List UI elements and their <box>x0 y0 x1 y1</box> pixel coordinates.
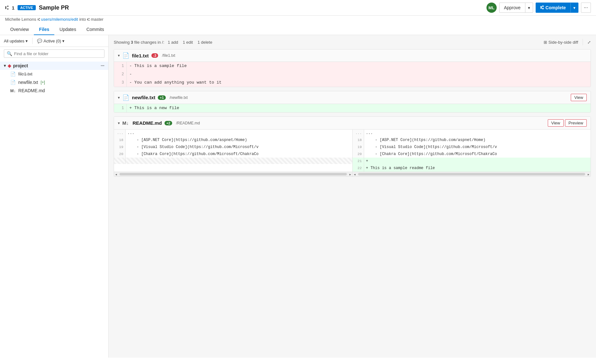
readme-preview-button[interactable]: Preview <box>565 119 587 127</box>
tree-file-file1[interactable]: 📄 file1.txt <box>0 70 108 78</box>
scrollbar-right-arrow[interactable]: ▸ <box>348 173 352 176</box>
into-text: into <box>79 17 86 22</box>
side-by-side-btn[interactable]: ⊞ Side-by-side diff <box>544 40 578 45</box>
readme-path: /README.md <box>176 121 200 125</box>
sub-header: Michelle Lemons ⑆ users/milemons/edit in… <box>0 16 596 24</box>
diff-side-line: 19 - [Visual Studio Code](https://github… <box>114 144 352 151</box>
diff-side-line: ... ... <box>353 130 591 137</box>
diff-side-line-empty <box>114 158 352 164</box>
pr-icon: ⑆ <box>5 4 9 11</box>
diff-line: 3 - You can add anything you want to it <box>114 78 591 87</box>
newfile-added-badge: [+] <box>41 80 45 85</box>
scrollbar-right-arrow-r[interactable]: ▸ <box>586 173 591 176</box>
comments-chevron <box>62 39 65 43</box>
tab-files[interactable]: Files <box>34 24 54 35</box>
tab-overview[interactable]: Overview <box>5 24 34 35</box>
sidebar: All updates 💬 Active (0) 🔍 ▾ ◆ project <box>0 35 109 358</box>
file1-diff: 1 - This is a sample file 2 - 3 - You ca… <box>114 62 591 87</box>
collapse-newfile[interactable]: ▾ <box>118 95 120 100</box>
file-card-newfile: ▾ 📄 newfile.txt +1 /newfile.txt View 1 +… <box>114 91 591 113</box>
readme-name: README.md <box>18 88 45 93</box>
showing-text: Showing 3 file changes in /: 1 add 1 edi… <box>114 40 212 45</box>
file1-badge: -3 <box>151 53 158 58</box>
comments-dropdown[interactable]: 💬 Active (0) <box>37 39 65 43</box>
folder-name: project <box>13 63 28 68</box>
file-icon-file1: 📄 <box>10 71 16 77</box>
sidebar-toolbar: All updates 💬 Active (0) <box>0 35 108 47</box>
newfile-badge: +1 <box>158 95 166 100</box>
all-updates-dropdown[interactable]: All updates <box>4 39 28 43</box>
scrollbar-left-arrow-r[interactable]: ◂ <box>353 173 357 176</box>
readme-diff-side-by-side: ... ... 18 - [ASP.NET Core](https://gith… <box>114 130 591 172</box>
complete-dropdown[interactable] <box>571 3 578 12</box>
content-area: Showing 3 file changes in /: 1 add 1 edi… <box>109 35 596 358</box>
file-icon-newfile: 📄 <box>10 80 16 85</box>
file-card-file1: ▾ 📄 file1.txt -3 /file1.txt 1 - This is … <box>114 49 591 87</box>
status-badge: ACTIVE <box>18 5 35 10</box>
diff-line: 2 - <box>114 70 591 78</box>
file-icon-readme: M↓ <box>10 88 16 93</box>
diff-side-line-added: 22 + This is a sample readme file <box>353 165 591 172</box>
pr-title: Sample PR <box>39 4 69 11</box>
file1-path: /file1.txt <box>162 53 175 58</box>
complete-button[interactable]: ⑆ Complete <box>536 3 571 12</box>
diff-side-line: 18 - [ASP.NET Core](https://github.com/a… <box>353 137 591 144</box>
source-branch-link[interactable]: users/milemons/edit <box>41 17 78 22</box>
newfile-view-button[interactable]: View <box>571 94 587 101</box>
readme-view-button[interactable]: View <box>548 119 564 127</box>
approve-button[interactable]: Approve <box>500 3 525 12</box>
tree-file-readme[interactable]: M↓ README.md <box>0 86 108 95</box>
filter-chevron <box>26 39 28 43</box>
scrollbar-left-arrow[interactable]: ◂ <box>114 173 118 176</box>
sidebar-search: 🔍 <box>4 49 104 58</box>
tree-folder-project[interactable]: ▾ ◆ project ··· <box>0 62 108 70</box>
pr-number: 1 <box>12 5 14 11</box>
file-card-header-readme: ▾ M↓ README.md +2 /README.md View Previe… <box>114 117 591 130</box>
search-input[interactable] <box>14 51 102 56</box>
avatar: ML <box>486 3 497 13</box>
approve-dropdown[interactable] <box>525 3 533 12</box>
file-card-header-file1: ▾ 📄 file1.txt -3 /file1.txt <box>114 49 591 62</box>
target-branch: master <box>91 17 103 22</box>
top-bar: ⑆ 1 ACTIVE Sample PR ML Approve ⑆ Comple… <box>0 0 596 16</box>
collapse-file1[interactable]: ▾ <box>118 53 120 58</box>
file1-filename: file1.txt <box>132 53 149 58</box>
author-name: Michelle Lemons <box>5 17 36 22</box>
diff-side-line: 18 - [ASP.NET Core](https://github.com/a… <box>114 137 352 144</box>
scrollbar-track-r <box>358 173 585 175</box>
readme-card-icon: M↓ <box>122 120 129 126</box>
expand-button[interactable]: ⤢ <box>587 40 591 45</box>
folder-icon: ◆ <box>8 63 11 68</box>
branch-icon-target: ⑆ <box>87 17 89 22</box>
approve-button-group[interactable]: Approve <box>499 3 533 13</box>
complete-button-group[interactable]: ⑆ Complete <box>536 3 578 13</box>
folder-more-icon[interactable]: ··· <box>101 63 104 68</box>
diff-side-line: 19 - [Visual Studio Code](https://github… <box>353 144 591 151</box>
readme-diff-right: ... ... 18 - [ASP.NET Core](https://gith… <box>353 130 591 172</box>
collapse-readme[interactable]: ▾ <box>118 121 120 125</box>
readme-diff-left: ... ... 18 - [ASP.NET Core](https://gith… <box>114 130 353 172</box>
diff-line: 1 - This is a sample file <box>114 62 591 70</box>
toolbar-separator <box>32 38 33 44</box>
more-options-button[interactable]: ··· <box>581 3 591 13</box>
diff-side-line: 20 - [Chakra Core](https://github.com/Mi… <box>114 151 352 158</box>
comment-icon: 💬 <box>37 39 42 43</box>
file-card-readme: ▾ M↓ README.md +2 /README.md View Previe… <box>114 116 591 177</box>
chevron-folder: ▾ <box>4 63 6 68</box>
side-by-side-icon: ⊞ <box>544 40 547 45</box>
separator-2 <box>583 39 583 45</box>
tree-file-newfile[interactable]: 📄 newfile.txt [+] <box>0 78 108 86</box>
newfile-path: /newfile.txt <box>170 95 188 100</box>
readme-badge: +2 <box>164 121 172 125</box>
readme-scrollbar-right: ◂ ▸ <box>353 172 591 176</box>
nav-tabs: Overview Files Updates Commits <box>0 24 596 35</box>
newfile-filename: newfile.txt <box>132 95 155 100</box>
tab-commits[interactable]: Commits <box>81 24 109 35</box>
file-tree: ▾ ◆ project ··· 📄 file1.txt 📄 newfile.tx… <box>0 60 108 96</box>
file1-name: file1.txt <box>18 71 32 77</box>
search-icon: 🔍 <box>7 51 12 56</box>
tab-updates[interactable]: Updates <box>54 24 81 35</box>
showing-banner: Showing 3 file changes in /: 1 add 1 edi… <box>114 39 591 45</box>
diff-side-line-added: 21 + <box>353 158 591 165</box>
scrollbar-track <box>119 173 347 175</box>
